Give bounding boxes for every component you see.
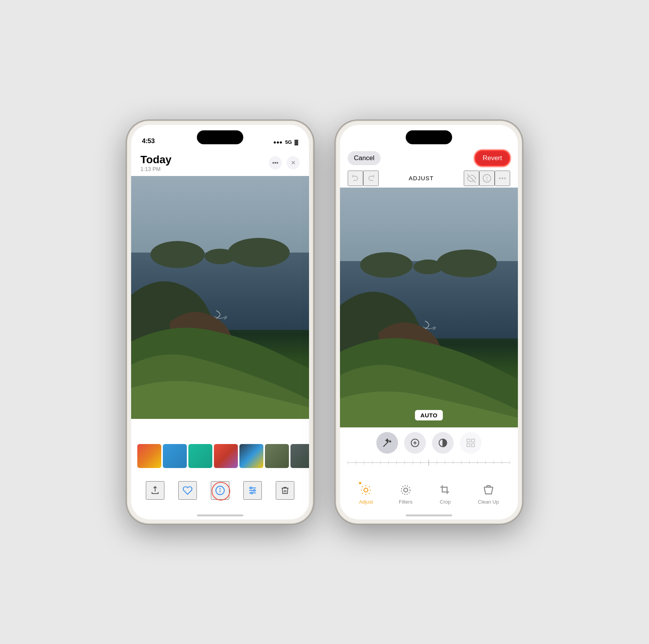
svg-point-19 xyxy=(502,178,503,179)
slider-row[interactable] xyxy=(340,457,518,468)
edit-photo: AUTO xyxy=(340,188,518,427)
svg-rect-33 xyxy=(467,444,470,447)
tick xyxy=(420,461,421,465)
info-button[interactable] xyxy=(211,481,229,500)
svg-point-13 xyxy=(251,492,253,494)
tick xyxy=(405,461,405,465)
home-indicator-2 xyxy=(406,514,452,516)
phone-1: 4:53 ●●● 5G ▓ Today 1:13 PM ••• ✕ xyxy=(127,121,313,523)
svg-rect-31 xyxy=(467,439,470,442)
svg-point-25 xyxy=(437,249,497,277)
svg-point-36 xyxy=(404,488,408,492)
thumb-4[interactable] xyxy=(214,444,238,468)
nav-cleanup[interactable]: Clean Up xyxy=(478,483,499,505)
tick xyxy=(453,461,453,465)
thumbnail-strip xyxy=(131,442,309,470)
svg-rect-34 xyxy=(471,444,475,447)
edit-header: Cancel Revert xyxy=(340,147,518,169)
adjust-button[interactable] xyxy=(243,481,262,500)
heart-button[interactable] xyxy=(178,481,197,500)
tick-center xyxy=(429,460,429,466)
svg-point-2 xyxy=(150,241,205,268)
photos-header: Today 1:13 PM ••• ✕ xyxy=(131,147,309,176)
redo-button[interactable] xyxy=(363,171,379,186)
landscape-svg-1 xyxy=(131,175,309,419)
thumb-2[interactable] xyxy=(163,444,187,468)
more-button[interactable]: ••• xyxy=(269,156,282,169)
svg-point-35 xyxy=(364,488,368,492)
contrast-button[interactable] xyxy=(432,432,454,454)
adjust-icon-wrapper xyxy=(359,483,373,497)
markup-icon xyxy=(482,174,492,183)
svg-point-4 xyxy=(228,238,290,267)
svg-point-23 xyxy=(360,252,413,278)
thumb-5[interactable] xyxy=(239,444,263,468)
phone-2: Cancel Revert ADJUST xyxy=(336,121,522,523)
header-actions: ••• ✕ xyxy=(269,156,300,169)
markup-button[interactable] xyxy=(479,171,495,186)
tick xyxy=(461,461,461,465)
bottom-toolbar-1 xyxy=(131,473,309,508)
status-time-1: 4:53 xyxy=(142,137,155,145)
nav-adjust[interactable]: Adjust xyxy=(359,483,373,505)
slider-track xyxy=(348,462,510,463)
share-button[interactable] xyxy=(146,481,164,500)
trash-icon xyxy=(280,486,290,495)
close-icon: ✕ xyxy=(291,159,296,166)
revert-button[interactable]: Revert xyxy=(475,150,510,166)
thumb-1[interactable] xyxy=(137,444,161,468)
filters-label: Filters xyxy=(399,499,412,505)
share-icon xyxy=(150,486,160,495)
extra-button[interactable] xyxy=(460,432,482,454)
adjust-label-nav: Adjust xyxy=(359,499,373,505)
tick xyxy=(380,461,381,465)
hide-icon xyxy=(467,174,476,183)
tick xyxy=(494,461,494,465)
more-icon xyxy=(498,174,507,183)
tick xyxy=(356,461,356,465)
close-button[interactable]: ✕ xyxy=(287,156,300,169)
tick xyxy=(445,461,445,465)
adjustment-tools xyxy=(340,427,518,458)
thumb-6[interactable] xyxy=(265,444,289,468)
cleanup-label: Clean Up xyxy=(478,499,499,505)
cancel-button[interactable]: Cancel xyxy=(348,151,381,165)
svg-point-18 xyxy=(499,178,500,179)
filters-nav-icon xyxy=(399,483,413,497)
battery-icon: ▓ xyxy=(295,139,298,145)
tick xyxy=(477,461,478,465)
nav-crop[interactable]: Crop xyxy=(438,483,452,505)
title-group: Today 1:13 PM xyxy=(140,154,171,172)
nav-filters[interactable]: Filters xyxy=(399,483,413,505)
undo-button[interactable] xyxy=(348,171,363,186)
adjust-label: ADJUST xyxy=(379,175,464,181)
more-edit-button[interactable] xyxy=(495,171,510,186)
photos-title: Today xyxy=(140,154,171,166)
photos-subtitle: 1:13 PM xyxy=(140,166,171,172)
plus-circle-button[interactable] xyxy=(404,432,426,454)
crop-label: Crop xyxy=(440,499,451,505)
hide-button[interactable] xyxy=(464,171,479,186)
status-icons-1: ●●● 5G ▓ xyxy=(273,139,298,145)
tick xyxy=(396,461,397,465)
svg-rect-32 xyxy=(471,439,475,442)
tick xyxy=(348,461,348,465)
undo-icon xyxy=(351,174,360,183)
main-photo-1 xyxy=(131,175,309,419)
thumb-3[interactable] xyxy=(188,444,212,468)
tick xyxy=(469,461,470,465)
more-icon: ••• xyxy=(272,159,278,166)
tick xyxy=(388,461,389,465)
dynamic-island-2 xyxy=(406,130,452,144)
extra-icon xyxy=(466,438,476,448)
tick xyxy=(372,461,372,465)
tick xyxy=(364,461,364,465)
svg-line-26 xyxy=(383,441,388,446)
tick xyxy=(502,461,502,465)
magic-wand-button[interactable] xyxy=(376,432,398,454)
thumb-7[interactable] xyxy=(290,444,309,468)
trash-button[interactable] xyxy=(276,481,294,500)
redo-icon xyxy=(367,174,375,183)
tick xyxy=(437,461,437,465)
auto-badge: AUTO xyxy=(415,410,443,420)
